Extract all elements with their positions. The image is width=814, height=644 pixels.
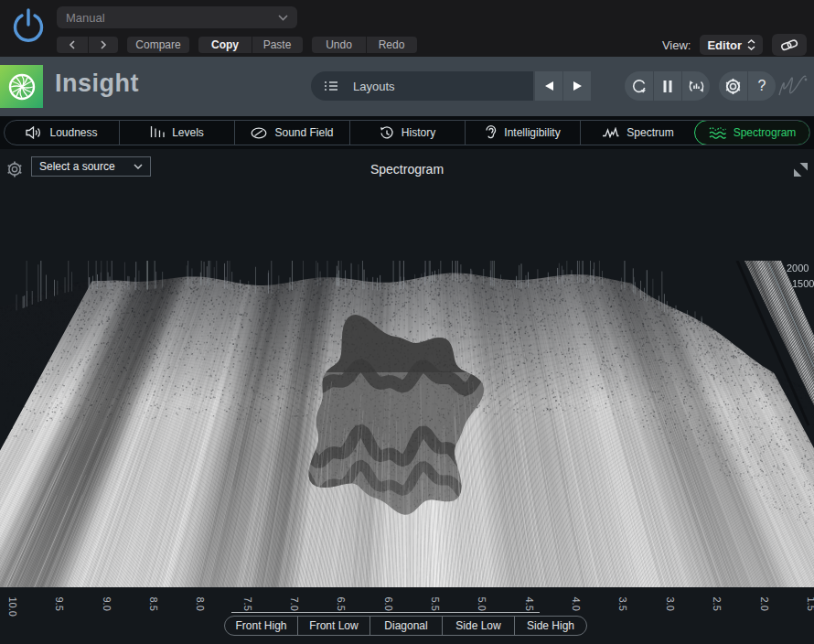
preset-nav-buttons	[57, 37, 118, 53]
host-topbar: Manual Compare Copy Paste Undo Redo View…	[0, 0, 814, 57]
time-tick: 3.5	[608, 597, 628, 609]
izotope-logo	[0, 65, 43, 108]
gear-icon[interactable]	[719, 71, 747, 101]
time-tick: 7.5	[232, 597, 252, 609]
spectrogram-3d-display[interactable]	[0, 261, 814, 587]
tab-label: Loudness	[49, 126, 97, 139]
settings-help-group: ?	[719, 71, 776, 101]
pause-icon[interactable]	[653, 71, 681, 101]
panel-title: Spectrogram	[0, 162, 814, 177]
view-label: View:	[662, 38, 691, 52]
freq-axis-label: 2000	[787, 263, 809, 274]
time-tick: 1.5	[796, 597, 814, 609]
copy-button[interactable]: Copy	[199, 37, 252, 53]
undo-redo-buttons: Undo Redo	[312, 37, 417, 53]
history-clock-icon	[380, 126, 394, 140]
time-tick: 7.0	[280, 597, 300, 609]
time-tick: 2.5	[702, 597, 723, 609]
time-tick: 4.0	[562, 597, 582, 609]
time-axis: 10.0 9.5 9.0 8.5 8.0 7.5 7.0 6.5 6.0 5.5…	[0, 587, 814, 613]
compare-label: Compare	[135, 38, 180, 51]
preset-dropdown[interactable]: Manual	[57, 6, 297, 28]
time-tick: 2.0	[749, 597, 769, 609]
tab-spectrogram[interactable]: Spectrogram	[694, 120, 810, 145]
layouts-dropdown[interactable]: Layouts	[311, 71, 533, 101]
chevron-updown-icon	[747, 39, 755, 50]
link-icon[interactable]	[772, 34, 807, 56]
power-bypass-icon[interactable]	[11, 6, 46, 47]
meter-tabs: Loudness Levels Sound Field	[4, 120, 810, 145]
reset-meters-icon[interactable]	[681, 71, 710, 101]
view-side-low-button[interactable]: Side Low	[442, 617, 514, 635]
layout-forward-button[interactable]	[563, 71, 591, 101]
spectrogram-waves-icon	[709, 126, 726, 140]
view-controls: View: Editor	[662, 35, 807, 55]
time-tick: 6.0	[373, 597, 393, 609]
tab-loudness[interactable]: Loudness	[5, 121, 119, 145]
view-mode-value: Editor	[707, 38, 742, 52]
tab-sound-field[interactable]: Sound Field	[234, 121, 349, 145]
time-tick: 9.0	[91, 597, 112, 609]
time-tick: 10.0	[0, 597, 18, 609]
ear-icon	[485, 125, 497, 140]
time-tick: 9.5	[45, 597, 65, 609]
signature-scribble-icon	[776, 73, 809, 101]
time-tick: 4.5	[514, 597, 534, 609]
view-angle-buttons: Front High Front Low Diagonal Side Low S…	[224, 616, 587, 636]
time-tick: 8.0	[186, 597, 206, 609]
speaker-icon	[26, 126, 42, 139]
expand-icon[interactable]	[794, 163, 808, 177]
level-bars-icon	[150, 126, 165, 139]
help-icon[interactable]: ?	[747, 71, 776, 101]
undo-button[interactable]: Undo	[313, 37, 366, 53]
tab-history[interactable]: History	[349, 121, 465, 145]
tab-label: Intelligibility	[504, 126, 560, 139]
plugin-header: Insight Layouts	[0, 57, 814, 116]
axis-underline	[231, 612, 540, 613]
time-tick: 6.5	[327, 597, 347, 609]
time-tick: 5.5	[421, 597, 441, 609]
spectrum-wave-icon	[602, 127, 619, 138]
list-icon	[324, 80, 338, 91]
freq-axis-label: 1500	[792, 278, 814, 289]
previous-preset-button[interactable]	[58, 37, 88, 53]
time-tick: 8.5	[139, 597, 159, 609]
tab-intelligibility[interactable]: Intelligibility	[465, 121, 580, 145]
paste-button[interactable]: Paste	[252, 37, 303, 53]
tab-label: Sound Field	[274, 126, 333, 139]
tab-label: Levels	[172, 126, 204, 139]
time-tick: 3.0	[655, 597, 675, 609]
view-mode-dropdown[interactable]: Editor	[700, 35, 763, 55]
meter-tabbar: Loudness Levels Sound Field	[0, 116, 814, 149]
transport-group	[625, 71, 710, 101]
view-front-low-button[interactable]: Front Low	[297, 617, 370, 635]
tab-levels[interactable]: Levels	[119, 121, 234, 145]
tab-label: History	[402, 126, 435, 139]
view-front-high-button[interactable]: Front High	[225, 617, 297, 635]
preset-value: Manual	[66, 11, 105, 25]
continuous-playback-icon[interactable]	[625, 71, 653, 101]
tab-label: Spectrogram	[734, 126, 797, 139]
gauge-icon	[251, 127, 267, 139]
view-side-high-button[interactable]: Side High	[514, 617, 586, 635]
copy-paste-buttons: Copy Paste	[198, 37, 303, 53]
tab-label: Spectrum	[627, 126, 673, 139]
next-preset-button[interactable]	[88, 37, 118, 53]
insight-plugin-window: Manual Compare Copy Paste Undo Redo View…	[0, 0, 814, 644]
tab-spectrum[interactable]: Spectrum	[580, 121, 695, 145]
view-diagonal-button[interactable]: Diagonal	[370, 617, 442, 635]
compare-button[interactable]: Compare	[127, 37, 189, 53]
redo-button[interactable]: Redo	[366, 37, 417, 53]
app-title: Insight	[55, 70, 139, 98]
chevron-down-icon	[278, 15, 288, 21]
time-tick: 5.0	[467, 597, 487, 609]
layouts-label: Layouts	[353, 80, 395, 93]
layout-back-button[interactable]	[535, 71, 562, 101]
